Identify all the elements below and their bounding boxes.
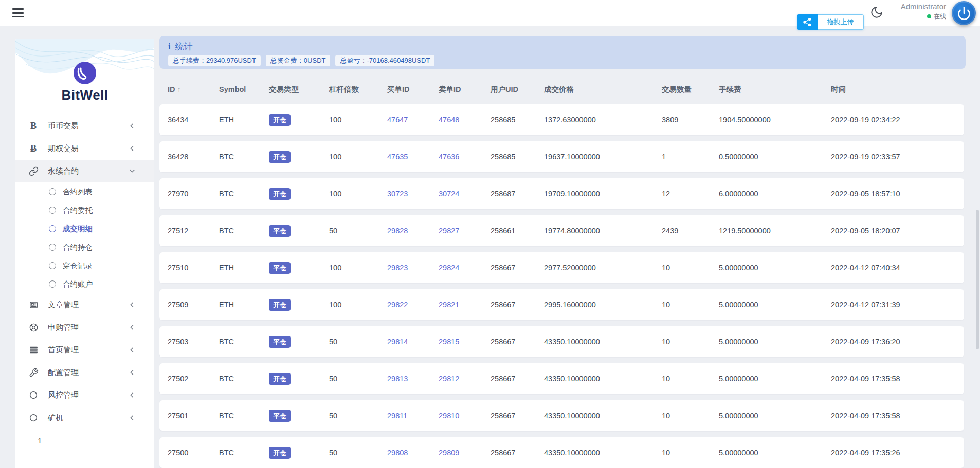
list-icon: [28, 345, 39, 355]
scrollbar-thumb[interactable]: [976, 210, 979, 349]
cell-buy-id-link[interactable]: 30723: [387, 190, 439, 198]
cell-sell-id-link[interactable]: 30724: [439, 190, 491, 198]
table-row: 27970 BTC 开仓 100 30723 30724 258687 1970…: [159, 178, 964, 209]
cell-time: 2022-04-12 07:31:39: [831, 301, 956, 309]
cell-buy-id-link[interactable]: 29828: [387, 227, 439, 235]
cell-id: 27509: [168, 301, 219, 309]
cell-time: 2022-09-19 02:34:22: [831, 116, 956, 124]
cell-buy-id-link[interactable]: 47647: [387, 116, 439, 124]
circle-icon: [28, 390, 39, 400]
sidebar-subitem-label: 合约账户: [63, 279, 93, 289]
cell-sell-id-link[interactable]: 47648: [439, 116, 491, 124]
sidebar-item-article-management[interactable]: 文章管理: [15, 293, 154, 316]
share-cloud-icon: [797, 14, 818, 30]
cell-id: 36434: [168, 116, 219, 124]
cell-fee: 5.00000000: [719, 301, 831, 309]
cell-price: 1372.63000000: [544, 116, 662, 124]
cell-user-uid: 258667: [491, 375, 544, 383]
column-header-buy-id: 买单ID: [387, 85, 439, 95]
hamburger-menu-icon[interactable]: [12, 8, 24, 17]
sidebar-subitem-trade-details[interactable]: 成交明细: [15, 219, 154, 238]
drag-upload-button[interactable]: 拖拽上传: [818, 14, 864, 30]
sidebar-item-mining-machine[interactable]: 矿机: [15, 406, 154, 429]
cell-buy-id-link[interactable]: 47635: [387, 153, 439, 161]
cell-user-uid: 258661: [491, 227, 544, 235]
cell-leverage: 50: [329, 448, 387, 457]
sidebar-subitem-label: 合约委托: [63, 205, 93, 215]
sidebar-item-homepage-management[interactable]: 首页管理: [15, 339, 154, 361]
cell-sell-id-link[interactable]: 29827: [439, 227, 491, 235]
cell-buy-id-link[interactable]: 29813: [387, 375, 439, 383]
cell-sell-id-link[interactable]: 29821: [439, 301, 491, 309]
cell-amount: 10: [662, 448, 719, 457]
sidebar-item-coin-trade[interactable]: B 币币交易: [15, 115, 154, 137]
dark-mode-moon-icon[interactable]: [870, 6, 883, 19]
sidebar-subitem-contract-positions[interactable]: 合约持仓: [15, 238, 154, 256]
sidebar-item-label: 配置管理: [48, 368, 79, 378]
chevron-left-icon: [129, 346, 136, 353]
chevron-down-icon: [129, 167, 136, 175]
sidebar-item-subscription-management[interactable]: 申购管理: [15, 316, 154, 339]
sidebar-subitem-label: 成交明细: [63, 224, 93, 234]
cell-buy-id-link[interactable]: 29823: [387, 264, 439, 272]
cell-price: 2995.16000000: [544, 301, 662, 309]
sidebar-item-label: 币币交易: [48, 121, 79, 131]
column-header-time: 时间: [831, 85, 956, 95]
cell-sell-id-link[interactable]: 29812: [439, 375, 491, 383]
cell-id: 27512: [168, 227, 219, 235]
table-header: ID↑ Symbol 交易类型 杠杆倍数 买单ID 卖单ID 用户UID 成交价…: [159, 81, 964, 98]
cell-symbol: BTC: [219, 190, 269, 198]
cell-sell-id-link[interactable]: 47636: [439, 153, 491, 161]
cell-sell-id-link[interactable]: 29809: [439, 448, 491, 457]
drag-upload-widget[interactable]: 拖拽上传: [797, 14, 864, 30]
cell-sell-id-link[interactable]: 29824: [439, 264, 491, 272]
sidebar-item-option-trade[interactable]: Ƀ 期权交易: [15, 137, 154, 160]
cell-leverage: 100: [329, 264, 387, 272]
sidebar-subitem-label: 穿仓记录: [63, 261, 93, 271]
sidebar-item-config-management[interactable]: 配置管理: [15, 361, 154, 384]
cell-leverage: 50: [329, 227, 387, 235]
avatar[interactable]: [952, 1, 976, 25]
sidebar-item-perpetual-contract[interactable]: 永续合约: [15, 160, 154, 182]
chevron-left-icon: [129, 369, 136, 376]
total-pnl-badge: 总盈亏：-70168.460498USDT: [335, 55, 434, 66]
stats-title-label: 统计: [175, 41, 193, 52]
cell-leverage: 50: [329, 411, 387, 420]
cell-buy-id-link[interactable]: 29808: [387, 448, 439, 457]
cell-time: 2022-09-05 18:57:10: [831, 190, 956, 198]
column-header-id[interactable]: ID↑: [168, 85, 219, 93]
cell-trade-type: 平仓: [269, 336, 329, 348]
bitwell-logo-icon: [74, 62, 96, 84]
sidebar-subitem-contract-orders[interactable]: 合约委托: [15, 201, 154, 219]
sidebar-subitem-liquidation-records[interactable]: 穿仓记录: [15, 256, 154, 275]
circle-bullet-icon: [49, 188, 56, 195]
cell-fee: 5.00000000: [719, 411, 831, 420]
cell-sell-id-link[interactable]: 29810: [439, 411, 491, 420]
cell-user-uid: 258667: [491, 338, 544, 346]
sidebar-subitem-contract-accounts[interactable]: 合约账户: [15, 275, 154, 293]
cell-id: 27503: [168, 338, 219, 346]
trade-type-badge: 平仓: [269, 262, 291, 274]
sidebar-footer-text: 1: [38, 436, 154, 445]
sidebar-item-label: 风控管理: [48, 390, 79, 400]
trade-type-badge: 开仓: [269, 299, 291, 311]
trade-type-badge: 开仓: [269, 114, 291, 126]
wrench-icon: [28, 367, 39, 378]
sidebar-subitem-contract-list[interactable]: 合约列表: [15, 182, 154, 201]
cell-id: 27502: [168, 375, 219, 383]
cell-trade-type: 开仓: [269, 114, 329, 126]
cell-buy-id-link[interactable]: 29811: [387, 411, 439, 420]
cell-sell-id-link[interactable]: 29815: [439, 338, 491, 346]
sidebar-item-label: 文章管理: [48, 300, 79, 310]
trade-type-badge: 平仓: [269, 336, 291, 348]
cell-buy-id-link[interactable]: 29814: [387, 338, 439, 346]
cell-time: 2022-04-12 07:40:34: [831, 264, 956, 272]
cell-user-uid: 258667: [491, 301, 544, 309]
cell-id: 27501: [168, 411, 219, 420]
circle-icon: [28, 413, 39, 423]
cell-buy-id-link[interactable]: 29822: [387, 301, 439, 309]
cell-leverage: 100: [329, 301, 387, 309]
circle-bullet-icon: [49, 244, 56, 251]
cell-symbol: BTC: [219, 375, 269, 383]
sidebar-item-risk-management[interactable]: 风控管理: [15, 384, 154, 406]
